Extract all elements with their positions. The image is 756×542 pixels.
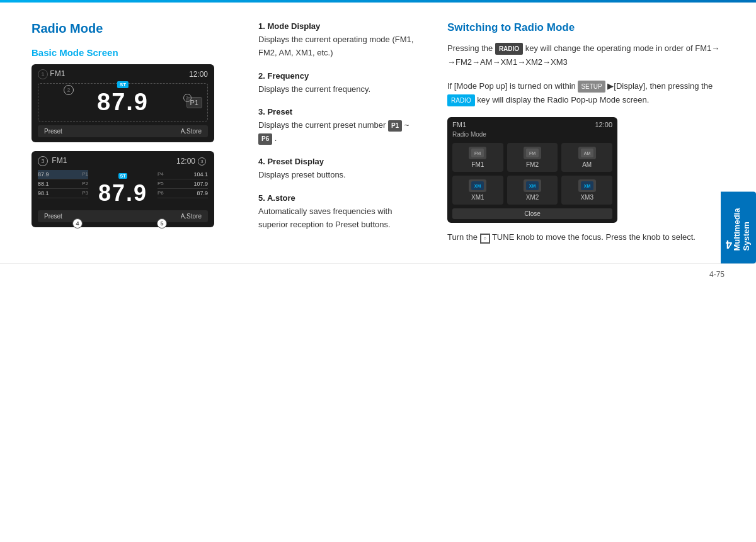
screen2-time-area: 12:00 3 bbox=[176, 157, 208, 166]
xm2-icon: XM bbox=[524, 179, 541, 192]
popup-fm2[interactable]: FM FM2 bbox=[507, 143, 558, 172]
subsection-title: Basic Mode Screen bbox=[32, 47, 233, 58]
svg-text:AM: AM bbox=[583, 151, 590, 155]
right-title: Switching to Radio Mode bbox=[447, 21, 724, 34]
preset-item-2: 88.1 P2 bbox=[38, 179, 88, 189]
svg-text:FM: FM bbox=[529, 151, 536, 155]
callout-3: 3 bbox=[183, 94, 192, 102]
left-column: Radio Mode Basic Mode Screen 1 FM1 12:00… bbox=[32, 21, 246, 244]
preset-item-4: P4 104.1 bbox=[158, 170, 208, 179]
step5-title: 5. A.store bbox=[258, 193, 422, 203]
popup-xm2[interactable]: XM XM2 bbox=[507, 176, 558, 205]
screen1-preset: 3 P1 bbox=[186, 97, 202, 108]
xm1-icon: XM bbox=[469, 179, 486, 192]
svg-text:XM: XM bbox=[474, 184, 481, 188]
screen2-label: 3 FM1 bbox=[38, 156, 67, 166]
page-number: 4-75 bbox=[709, 270, 724, 279]
astore-btn: A.Store bbox=[181, 128, 202, 135]
step-5: 5. A.store Automatically saves frequenci… bbox=[258, 193, 422, 232]
close-btn[interactable]: Close bbox=[452, 208, 612, 219]
radio-badge2: RADIO bbox=[447, 94, 475, 106]
screen2-body: 87.9 P1 88.1 P2 98.1 P3 bbox=[38, 170, 208, 206]
setup-badge: SETUP bbox=[578, 81, 605, 93]
chapter-label: Multimedia System bbox=[732, 204, 751, 251]
step1-desc: Displays the current operating mode (FM1… bbox=[258, 33, 422, 60]
step1-title: 1. Mode Display bbox=[258, 21, 422, 31]
step-1: 1. Mode Display Displays the current ope… bbox=[258, 21, 422, 60]
step-3: 3. Preset Displays the current preset nu… bbox=[258, 107, 422, 145]
screen2-frequency: 87.9 bbox=[91, 180, 155, 206]
step-4: 4. Preset Display Displays preset button… bbox=[258, 157, 422, 182]
callout-3b: 3 bbox=[198, 157, 206, 166]
popup-am[interactable]: AM AM bbox=[561, 143, 612, 172]
preset-item-3: 98.1 P3 bbox=[38, 189, 88, 198]
popup-subtitle: Radio Mode bbox=[452, 131, 612, 138]
popup-screen: FM1 12:00 Radio Mode FM FM1 FM bbox=[447, 117, 617, 223]
screen2-bottom: Preset A.Store 4 5 bbox=[38, 210, 208, 222]
svg-text:XM: XM bbox=[583, 184, 590, 188]
tune-text: Turn the ○ TUNE knob to move the focus. … bbox=[447, 230, 724, 244]
step3-title: 3. Preset bbox=[258, 107, 422, 116]
screen2-main: ST 87.9 bbox=[91, 170, 155, 206]
screen1-label: 1 FM1 bbox=[38, 69, 65, 79]
tune-knob-icon: ○ bbox=[480, 234, 490, 244]
screen1-body: ST 2 87.9 3 P1 bbox=[38, 83, 208, 121]
preset-btn2: Preset bbox=[44, 213, 62, 220]
fm2-icon: FM bbox=[524, 147, 541, 159]
step2-desc: Displays the current frequency. bbox=[258, 83, 422, 96]
step-2: 2. Frequency Displays the current freque… bbox=[258, 71, 422, 96]
radio-key-badge: RADIO bbox=[495, 43, 523, 55]
section-title: Radio Mode bbox=[32, 21, 233, 36]
step4-title: 4. Preset Display bbox=[258, 157, 422, 166]
preset-list-right: P4 104.1 P5 107.9 P6 87.9 bbox=[158, 170, 208, 206]
fm1-icon: FM bbox=[469, 147, 486, 159]
p1-badge: P1 bbox=[388, 120, 402, 132]
svg-text:XM: XM bbox=[529, 184, 536, 188]
middle-column: 1. Mode Display Displays the current ope… bbox=[246, 21, 435, 244]
screen1-bottom: Preset A.Store bbox=[38, 125, 208, 137]
svg-text:FM: FM bbox=[474, 151, 481, 155]
preset-item-5: P5 107.9 bbox=[158, 179, 208, 189]
popup-header: FM1 12:00 bbox=[452, 121, 612, 128]
popup-fm1[interactable]: FM FM1 bbox=[452, 143, 503, 172]
popup-label: FM1 bbox=[452, 121, 466, 128]
callout-3a: 3 bbox=[38, 156, 48, 166]
callout-5: 5 bbox=[157, 218, 167, 229]
step2-title: 2. Frequency bbox=[258, 71, 422, 81]
callout-2: 2 bbox=[64, 85, 74, 95]
st-badge: ST bbox=[117, 81, 129, 88]
preset-list-left: 87.9 P1 88.1 P2 98.1 P3 bbox=[38, 170, 88, 206]
right-column: Switching to Radio Mode Pressing the RAD… bbox=[435, 21, 724, 244]
popup-grid: FM FM1 FM FM2 AM AM bbox=[452, 143, 612, 205]
bottom-bar: 4-75 bbox=[0, 263, 756, 285]
popup-xm1[interactable]: XM XM1 bbox=[452, 176, 503, 205]
st-badge2: ST bbox=[118, 173, 128, 179]
chapter-tab: 4 Multimedia System bbox=[721, 191, 756, 263]
am-icon: AM bbox=[578, 147, 596, 159]
step5-desc: Automatically saves frequencies with sup… bbox=[258, 205, 422, 232]
screen2: 3 FM1 12:00 3 87.9 P1 bbox=[32, 151, 214, 227]
preset-item-6: P6 87.9 bbox=[158, 189, 208, 198]
para1: Pressing the RADIO key will change the o… bbox=[447, 42, 724, 69]
p6-badge: P6 bbox=[258, 133, 272, 145]
popup-xm3[interactable]: XM XM3 bbox=[561, 176, 612, 205]
chapter-num: 4 bbox=[726, 237, 732, 251]
callout-4: 4 bbox=[72, 218, 83, 229]
astore-btn2: A.Store bbox=[181, 213, 202, 220]
para2: If [Mode Pop up] is turned on within SET… bbox=[447, 79, 724, 107]
popup-time: 12:00 bbox=[595, 121, 612, 128]
screen1-time: 12:00 bbox=[189, 70, 208, 79]
callout-1: 1 bbox=[38, 69, 48, 79]
step3-desc: Displays the current preset number P1 ~ … bbox=[258, 119, 422, 145]
screen1: 1 FM1 12:00 ST 2 87.9 3 P1 Preset A bbox=[32, 64, 214, 142]
preset-btn: Preset bbox=[44, 128, 62, 135]
xm3-icon: XM bbox=[578, 179, 596, 192]
preset-item-1: 87.9 P1 bbox=[38, 170, 88, 179]
step4-desc: Displays preset buttons. bbox=[258, 169, 422, 182]
